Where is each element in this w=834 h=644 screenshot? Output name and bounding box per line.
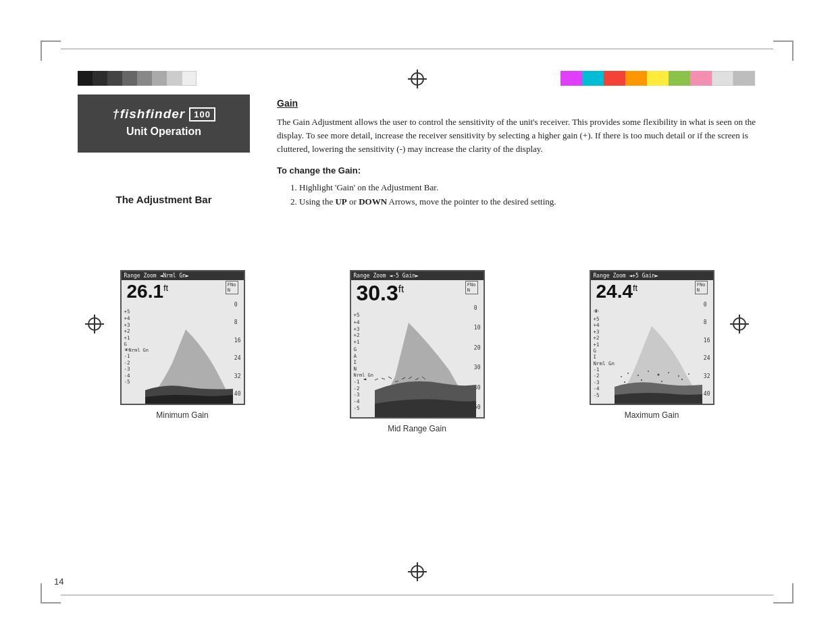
page-title: The Adjustment Bar (78, 194, 250, 205)
cb-seg (690, 71, 712, 86)
svg-point-18 (661, 381, 662, 382)
sonar-svg-max (615, 309, 702, 404)
screen-depth-mid: 30.3ft (357, 281, 405, 306)
screen-item-mid: Range Zoom ◄-5 Gain► 30.3ft FNoN +5 +4 +… (350, 270, 485, 433)
corner-mark-br (773, 583, 793, 603)
screen-depth-max: 24.4ft (596, 281, 638, 302)
screen-scale-min: 0 8 16 24 32 40 (234, 302, 241, 397)
cb-seg (122, 71, 137, 86)
screen-caption-max: Maximum Gain (625, 410, 679, 420)
sonar-svg-mid (375, 309, 476, 417)
gain-heading: Gain (277, 98, 756, 109)
subsection-title: To change the Gain: (277, 165, 756, 176)
screen-depth-min: 26.1ft (127, 281, 169, 302)
screen-header-max: Range Zoom ◄+5 Gain► (591, 271, 713, 280)
svg-point-16 (624, 381, 625, 383)
cb-seg (137, 71, 152, 86)
section-label: Unit Operation (91, 126, 236, 138)
screen-header-min: Range Zoom ◄Nrml Gn► (122, 271, 244, 280)
corner-mark-tl (41, 41, 61, 61)
svg-line-2 (388, 377, 392, 379)
hline-bottom (61, 595, 773, 595)
screen-icon-max: FNoN (695, 281, 708, 294)
svg-point-15 (688, 373, 689, 375)
cb-seg (93, 71, 107, 86)
screen-caption-mid: Mid Range Gain (388, 424, 446, 433)
hline-top (61, 49, 773, 49)
colorbar-right (561, 71, 756, 86)
crosshair-top (411, 72, 424, 86)
brand-model: 100 (189, 107, 215, 122)
cb-seg (669, 71, 690, 86)
cb-seg (712, 71, 733, 86)
svg-point-14 (678, 375, 679, 377)
cb-seg (152, 71, 167, 86)
screen-caption-min: Minimum Gain (156, 410, 208, 420)
step-1: 1. Highlight 'Gain' on the Adjustment Ba… (290, 181, 756, 195)
left-header-panel: †fishfinder 100 Unit Operation (78, 95, 250, 153)
svg-point-11 (648, 371, 649, 372)
gain-body: The Gain Adjustment allows the user to c… (277, 115, 756, 156)
cb-seg (561, 71, 582, 86)
step-2: 2. Using the UP or DOWN Arrows, move the… (290, 195, 756, 209)
svg-line-0 (375, 379, 378, 380)
instruction-list: 1. Highlight 'Gain' on the Adjustment Ba… (290, 181, 756, 209)
screen-icon-min: FNoN (226, 281, 238, 294)
sonar-svg-min (145, 309, 233, 404)
svg-point-19 (681, 379, 683, 380)
device-screen-mid: Range Zoom ◄-5 Gain► 30.3ft FNoN +5 +4 +… (350, 270, 485, 419)
svg-line-1 (382, 378, 385, 379)
screens-row: Range Zoom ◄Nrml Gn► 26.1ft FNoN +5 +4 +… (68, 270, 766, 433)
cb-seg (647, 71, 669, 86)
cb-seg (182, 71, 197, 86)
page-number: 14 (54, 576, 63, 587)
device-screen-min: Range Zoom ◄Nrml Gn► 26.1ft FNoN +5 +4 +… (120, 270, 245, 405)
right-content: Gain The Gain Adjustment allows the user… (277, 98, 756, 209)
svg-point-13 (668, 372, 669, 373)
device-screen-max: Range Zoom ◄+5 Gain► 24.4ft FNoN 👁 +5 +4… (590, 270, 714, 405)
cb-seg (733, 71, 755, 86)
screen-icon-mid: FNoN (465, 281, 478, 294)
screen-scale-max: 0 8 16 24 32 40 (704, 302, 710, 397)
screen-item-max: Range Zoom ◄+5 Gain► 24.4ft FNoN 👁 +5 +4… (590, 270, 714, 420)
cb-seg (604, 71, 625, 86)
crosshair-bottom (411, 565, 424, 579)
cb-seg (78, 71, 93, 86)
brand-logo: †fishfinder 100 (91, 107, 236, 122)
svg-point-12 (657, 374, 659, 376)
screen-header-mid: Range Zoom ◄-5 Gain► (351, 271, 484, 280)
screen-item-min: Range Zoom ◄Nrml Gn► 26.1ft FNoN +5 +4 +… (120, 270, 245, 420)
svg-point-10 (637, 375, 639, 376)
cb-seg (167, 71, 182, 86)
corner-mark-tr (773, 41, 793, 61)
svg-point-8 (621, 376, 622, 377)
svg-point-9 (627, 373, 629, 374)
cb-seg (107, 71, 122, 86)
cb-seg (582, 71, 604, 86)
svg-point-17 (641, 379, 642, 381)
colorbar-left (78, 71, 199, 86)
cb-seg (625, 71, 647, 86)
